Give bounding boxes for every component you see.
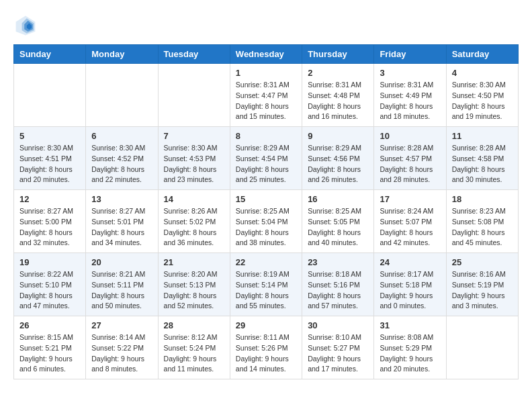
day-number: 9: [308, 131, 368, 141]
calendar-day-25: 25Sunrise: 8:16 AM Sunset: 5:19 PM Dayli…: [446, 253, 518, 316]
day-number: 28: [164, 320, 224, 330]
calendar-day-12: 12Sunrise: 8:27 AM Sunset: 5:00 PM Dayli…: [14, 190, 86, 253]
calendar-day-3: 3Sunrise: 8:31 AM Sunset: 4:49 PM Daylig…: [374, 64, 446, 127]
day-info: Sunrise: 8:28 AM Sunset: 4:58 PM Dayligh…: [452, 143, 513, 185]
day-number: 5: [19, 131, 80, 141]
calendar-day-29: 29Sunrise: 8:11 AM Sunset: 5:26 PM Dayli…: [230, 316, 302, 379]
day-info: Sunrise: 8:31 AM Sunset: 4:47 PM Dayligh…: [236, 80, 296, 122]
day-info: Sunrise: 8:18 AM Sunset: 5:16 PM Dayligh…: [308, 269, 368, 312]
calendar-day-27: 27Sunrise: 8:14 AM Sunset: 5:22 PM Dayli…: [86, 316, 158, 379]
calendar-day-19: 19Sunrise: 8:22 AM Sunset: 5:10 PM Dayli…: [14, 253, 86, 316]
weekday-header-wednesday: Wednesday: [230, 45, 302, 64]
day-info: Sunrise: 8:22 AM Sunset: 5:10 PM Dayligh…: [19, 269, 80, 312]
day-info: Sunrise: 8:20 AM Sunset: 5:13 PM Dayligh…: [164, 269, 224, 312]
day-info: Sunrise: 8:30 AM Sunset: 4:50 PM Dayligh…: [452, 80, 513, 122]
day-number: 12: [19, 194, 80, 204]
calendar-day-7: 7Sunrise: 8:30 AM Sunset: 4:53 PM Daylig…: [158, 127, 230, 190]
day-number: 15: [236, 194, 296, 204]
day-info: Sunrise: 8:23 AM Sunset: 5:08 PM Dayligh…: [452, 206, 513, 248]
day-number: 20: [91, 257, 152, 267]
day-number: 7: [164, 131, 224, 141]
day-number: 22: [236, 257, 296, 267]
day-number: 17: [380, 194, 440, 204]
empty-cell: [86, 64, 158, 127]
day-number: 4: [452, 68, 513, 78]
day-number: 19: [19, 257, 80, 267]
calendar-day-11: 11Sunrise: 8:28 AM Sunset: 4:58 PM Dayli…: [446, 127, 518, 190]
day-number: 26: [19, 320, 80, 330]
day-info: Sunrise: 8:16 AM Sunset: 5:19 PM Dayligh…: [452, 269, 513, 312]
day-info: Sunrise: 8:31 AM Sunset: 4:48 PM Dayligh…: [308, 80, 368, 122]
day-info: Sunrise: 8:17 AM Sunset: 5:18 PM Dayligh…: [380, 269, 440, 312]
day-number: 23: [308, 257, 368, 267]
day-info: Sunrise: 8:31 AM Sunset: 4:49 PM Dayligh…: [380, 80, 440, 122]
empty-cell: [14, 64, 86, 127]
empty-cell: [446, 316, 518, 379]
day-info: Sunrise: 8:15 AM Sunset: 5:21 PM Dayligh…: [19, 332, 80, 375]
calendar-day-20: 20Sunrise: 8:21 AM Sunset: 5:11 PM Dayli…: [86, 253, 158, 316]
calendar-day-16: 16Sunrise: 8:25 AM Sunset: 5:05 PM Dayli…: [302, 190, 374, 253]
day-info: Sunrise: 8:24 AM Sunset: 5:07 PM Dayligh…: [380, 206, 440, 248]
day-info: Sunrise: 8:30 AM Sunset: 4:53 PM Dayligh…: [164, 143, 224, 185]
page-header: [13, 13, 519, 38]
day-info: Sunrise: 8:27 AM Sunset: 5:01 PM Dayligh…: [91, 206, 152, 248]
calendar-day-15: 15Sunrise: 8:25 AM Sunset: 5:04 PM Dayli…: [230, 190, 302, 253]
weekday-header-thursday: Thursday: [302, 45, 374, 64]
calendar-day-17: 17Sunrise: 8:24 AM Sunset: 5:07 PM Dayli…: [374, 190, 446, 253]
weekday-header-friday: Friday: [374, 45, 446, 64]
empty-cell: [158, 64, 230, 127]
day-number: 10: [380, 131, 440, 141]
day-info: Sunrise: 8:19 AM Sunset: 5:14 PM Dayligh…: [236, 269, 296, 312]
day-number: 13: [91, 194, 152, 204]
day-number: 8: [236, 131, 296, 141]
day-number: 21: [164, 257, 224, 267]
day-number: 30: [308, 320, 368, 330]
calendar-day-21: 21Sunrise: 8:20 AM Sunset: 5:13 PM Dayli…: [158, 253, 230, 316]
weekday-header-monday: Monday: [86, 45, 158, 64]
day-info: Sunrise: 8:29 AM Sunset: 4:56 PM Dayligh…: [308, 143, 368, 185]
day-info: Sunrise: 8:28 AM Sunset: 4:57 PM Dayligh…: [380, 143, 440, 185]
day-info: Sunrise: 8:21 AM Sunset: 5:11 PM Dayligh…: [91, 269, 152, 312]
day-info: Sunrise: 8:08 AM Sunset: 5:29 PM Dayligh…: [380, 332, 440, 375]
day-info: Sunrise: 8:30 AM Sunset: 4:52 PM Dayligh…: [91, 143, 152, 185]
day-info: Sunrise: 8:12 AM Sunset: 5:24 PM Dayligh…: [164, 332, 224, 375]
logo: [13, 13, 40, 38]
day-info: Sunrise: 8:14 AM Sunset: 5:22 PM Dayligh…: [91, 332, 152, 375]
calendar-day-30: 30Sunrise: 8:10 AM Sunset: 5:27 PM Dayli…: [302, 316, 374, 379]
day-number: 14: [164, 194, 224, 204]
day-number: 31: [380, 320, 440, 330]
day-number: 24: [380, 257, 440, 267]
day-number: 16: [308, 194, 368, 204]
day-info: Sunrise: 8:10 AM Sunset: 5:27 PM Dayligh…: [308, 332, 368, 375]
day-number: 6: [91, 131, 152, 141]
calendar-day-31: 31Sunrise: 8:08 AM Sunset: 5:29 PM Dayli…: [374, 316, 446, 379]
day-number: 29: [236, 320, 296, 330]
weekday-header-row: SundayMondayTuesdayWednesdayThursdayFrid…: [14, 45, 519, 64]
day-number: 3: [380, 68, 440, 78]
calendar-week-row: 5Sunrise: 8:30 AM Sunset: 4:51 PM Daylig…: [14, 127, 519, 190]
day-info: Sunrise: 8:27 AM Sunset: 5:00 PM Dayligh…: [19, 206, 80, 248]
calendar-day-28: 28Sunrise: 8:12 AM Sunset: 5:24 PM Dayli…: [158, 316, 230, 379]
calendar-week-row: 26Sunrise: 8:15 AM Sunset: 5:21 PM Dayli…: [14, 316, 519, 379]
calendar-day-4: 4Sunrise: 8:30 AM Sunset: 4:50 PM Daylig…: [446, 64, 518, 127]
calendar-week-row: 1Sunrise: 8:31 AM Sunset: 4:47 PM Daylig…: [14, 64, 519, 127]
calendar-week-row: 19Sunrise: 8:22 AM Sunset: 5:10 PM Dayli…: [14, 253, 519, 316]
day-number: 18: [452, 194, 513, 204]
calendar-day-5: 5Sunrise: 8:30 AM Sunset: 4:51 PM Daylig…: [14, 127, 86, 190]
day-info: Sunrise: 8:29 AM Sunset: 4:54 PM Dayligh…: [236, 143, 296, 185]
weekday-header-saturday: Saturday: [446, 45, 518, 64]
day-number: 11: [452, 131, 513, 141]
day-info: Sunrise: 8:26 AM Sunset: 5:02 PM Dayligh…: [164, 206, 224, 248]
calendar-day-14: 14Sunrise: 8:26 AM Sunset: 5:02 PM Dayli…: [158, 190, 230, 253]
calendar-day-2: 2Sunrise: 8:31 AM Sunset: 4:48 PM Daylig…: [302, 64, 374, 127]
calendar-day-6: 6Sunrise: 8:30 AM Sunset: 4:52 PM Daylig…: [86, 127, 158, 190]
day-number: 27: [91, 320, 152, 330]
day-info: Sunrise: 8:11 AM Sunset: 5:26 PM Dayligh…: [236, 332, 296, 375]
day-number: 2: [308, 68, 368, 78]
weekday-header-tuesday: Tuesday: [158, 45, 230, 64]
calendar-day-26: 26Sunrise: 8:15 AM Sunset: 5:21 PM Dayli…: [14, 316, 86, 379]
weekday-header-sunday: Sunday: [14, 45, 86, 64]
calendar-day-1: 1Sunrise: 8:31 AM Sunset: 4:47 PM Daylig…: [230, 64, 302, 127]
day-info: Sunrise: 8:30 AM Sunset: 4:51 PM Dayligh…: [19, 143, 80, 185]
calendar-day-22: 22Sunrise: 8:19 AM Sunset: 5:14 PM Dayli…: [230, 253, 302, 316]
